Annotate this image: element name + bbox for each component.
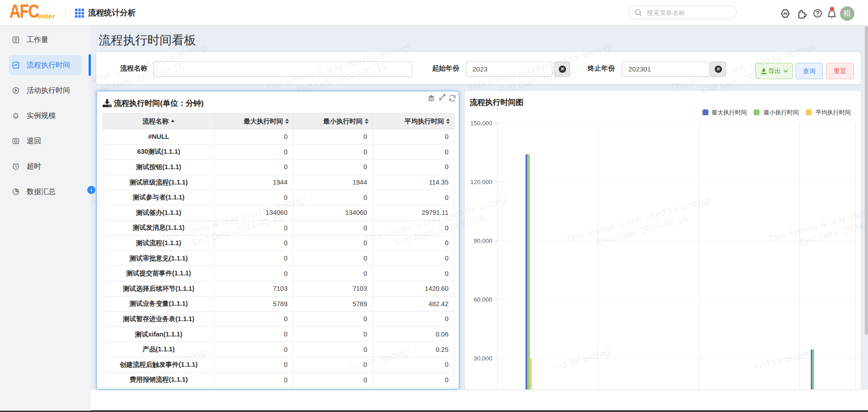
svg-text:AI: AI (783, 11, 787, 16)
